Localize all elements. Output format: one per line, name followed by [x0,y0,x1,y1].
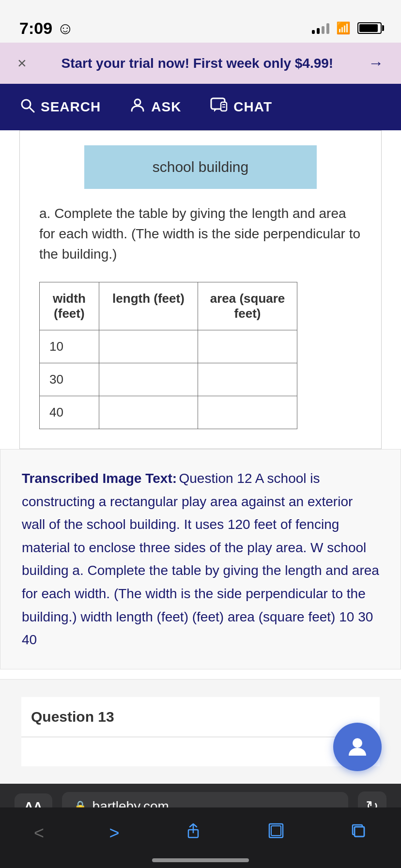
table-row: 30 [40,363,297,396]
signal-icon [312,22,329,34]
transcribed-label: Transcribed Image Text: [22,471,177,486]
length-input-2[interactable] [109,372,188,387]
search-icon [19,97,35,117]
question-13-content [21,737,380,766]
length-input-3[interactable] [109,405,188,420]
area-input-3[interactable] [208,405,287,420]
status-time: 7:09 ☺ [19,19,74,38]
chat-icon [210,97,228,117]
search-label: SEARCH [41,99,101,115]
width-cell-1: 10 [40,330,99,363]
status-icons: 📶 [312,21,382,35]
chat-fab-icon [345,733,370,760]
problem-card: school building a. Complete the table by… [19,130,382,449]
battery-icon [357,22,382,34]
length-cell-1[interactable] [99,330,198,363]
table-header-area: area (square feet) [198,282,297,330]
chat-fab-button[interactable] [333,723,382,771]
promo-banner[interactable]: × Start your trial now! First week only … [0,43,401,84]
chat-nav-item[interactable]: CHAT [210,97,272,117]
question-13-container: Question 13 [21,697,380,737]
ask-label: ASK [151,99,181,115]
close-button[interactable]: × [17,54,27,72]
table-row: 40 [40,396,297,429]
svg-point-2 [135,99,140,105]
svg-point-7 [353,738,362,748]
ask-nav-item[interactable]: ASK [130,97,181,117]
length-input-1[interactable] [109,339,188,354]
forward-button[interactable]: > [105,818,124,848]
area-cell-3[interactable] [198,396,297,429]
school-building-text: school building [153,159,248,175]
problem-description: a. Complete the table by giving the leng… [39,203,362,264]
wifi-icon: 📶 [336,21,351,35]
data-table: width(feet) length (feet) area (square f… [39,282,297,429]
width-cell-2: 30 [40,363,99,396]
table-row: 10 [40,330,297,363]
tabs-button[interactable] [345,817,372,849]
status-bar: 7:09 ☺ 📶 [0,0,401,43]
school-building-block: school building [84,145,317,189]
promo-text: Start your trial now! First week only $4… [36,56,358,71]
svg-rect-10 [271,826,281,836]
content-area: school building a. Complete the table by… [0,130,401,784]
question-13-label: Question 13 [31,709,114,725]
width-cell-3: 40 [40,396,99,429]
area-cell-1[interactable] [198,330,297,363]
bookmarks-button[interactable] [262,817,290,849]
length-cell-2[interactable] [99,363,198,396]
search-nav-item[interactable]: SEARCH [19,97,101,117]
area-cell-2[interactable] [198,363,297,396]
chat-label: CHAT [233,99,272,115]
svg-line-1 [30,108,34,112]
table-header-width: width(feet) [40,282,99,330]
length-cell-3[interactable] [99,396,198,429]
svg-rect-12 [355,827,364,837]
share-button[interactable] [180,817,207,849]
transcribed-text: Question 12 A school is constructing a r… [22,471,379,647]
school-building-wrapper: school building [20,131,381,203]
home-indicator [152,858,249,862]
nav-bar: SEARCH ASK CHAT [0,84,401,130]
transcribed-section: Transcribed Image Text: Question 12 A sc… [0,449,401,669]
back-button[interactable]: < [29,818,49,848]
area-input-1[interactable] [208,339,287,354]
problem-description-area: a. Complete the table by giving the leng… [20,203,381,429]
area-input-2[interactable] [208,372,287,387]
table-header-length: length (feet) [99,282,198,330]
promo-arrow[interactable]: → [368,54,384,72]
ask-icon [130,97,145,117]
